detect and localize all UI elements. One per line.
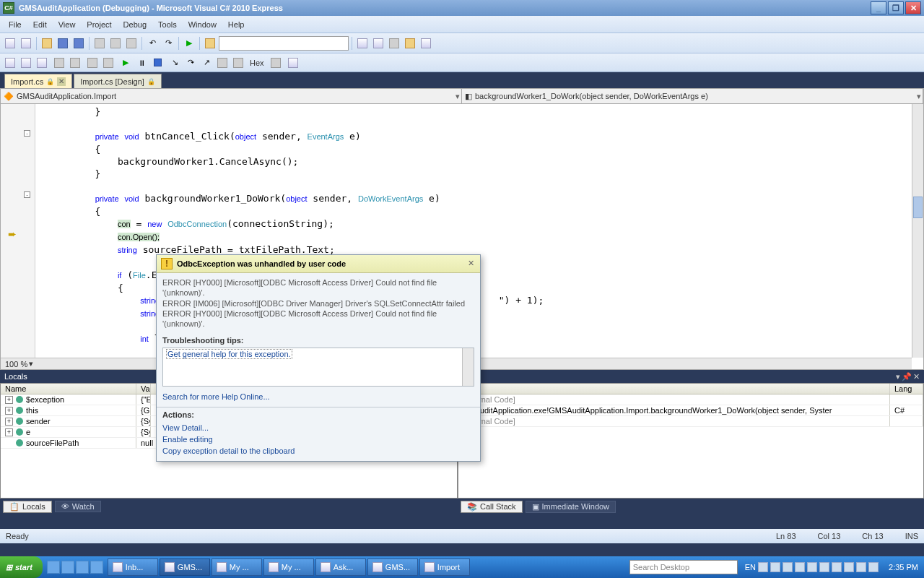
tips-scrollbar[interactable] bbox=[462, 348, 474, 386]
callstack-grid[interactable]: ame Lang External Code]MSAuditApplicatio… bbox=[458, 383, 924, 499]
task-button[interactable]: GMS... bbox=[367, 558, 418, 576]
menu-debug[interactable]: Debug bbox=[118, 19, 152, 30]
continue-button[interactable]: ▶ bbox=[118, 56, 133, 70]
open-button[interactable] bbox=[40, 36, 54, 51]
menu-view[interactable]: View bbox=[53, 19, 82, 30]
clock[interactable]: 2:35 PM bbox=[883, 563, 924, 571]
stop-debug-button[interactable] bbox=[150, 56, 165, 70]
step-out-button[interactable]: ↗ bbox=[199, 56, 214, 70]
copy-button[interactable] bbox=[108, 36, 123, 51]
break-all-button[interactable]: ⏸ bbox=[134, 56, 149, 70]
ql-more[interactable] bbox=[90, 561, 103, 574]
add-item-button[interactable] bbox=[19, 36, 33, 51]
extension-manager-button[interactable] bbox=[419, 36, 433, 51]
menu-tools[interactable]: Tools bbox=[152, 19, 183, 30]
step-over-button[interactable]: ↷ bbox=[183, 56, 198, 70]
tray-icon[interactable] bbox=[783, 562, 793, 572]
scroll-thumb[interactable] bbox=[913, 197, 923, 218]
ql-explorer[interactable] bbox=[76, 561, 89, 574]
outline-toggle[interactable]: - bbox=[24, 191, 30, 198]
pane-menu-icon[interactable]: ▾ bbox=[896, 372, 900, 381]
tb2-2[interactable] bbox=[19, 56, 33, 70]
tb2-6[interactable] bbox=[85, 56, 100, 70]
tray-icon[interactable] bbox=[832, 562, 842, 572]
tb2-1[interactable] bbox=[3, 56, 17, 70]
tray-icon[interactable] bbox=[807, 562, 817, 572]
tb2-7[interactable] bbox=[101, 56, 116, 70]
tb2-14[interactable] bbox=[215, 56, 230, 70]
toolbox-button[interactable] bbox=[387, 36, 401, 51]
ql-desktop[interactable] bbox=[47, 561, 60, 574]
tab-immediate[interactable]: ▣ Immediate Window bbox=[526, 501, 616, 513]
tb2-17[interactable] bbox=[286, 56, 300, 70]
tray-icon[interactable] bbox=[770, 562, 780, 572]
save-button[interactable] bbox=[56, 36, 70, 51]
minimize-button[interactable]: _ bbox=[871, 1, 886, 14]
pin-icon[interactable]: 📌 bbox=[902, 372, 912, 381]
col-name[interactable]: Name bbox=[1, 384, 136, 394]
member-combo[interactable]: ◧ backgroundWorker1_DoWork(object sender… bbox=[462, 89, 923, 103]
tray-icon[interactable] bbox=[856, 562, 866, 572]
tray-icon[interactable] bbox=[868, 562, 879, 572]
hex-toggle[interactable]: Hex bbox=[247, 59, 267, 67]
tray-icon[interactable] bbox=[819, 562, 829, 572]
tray-icon[interactable] bbox=[795, 562, 805, 572]
tb2-4[interactable] bbox=[52, 56, 66, 70]
task-button[interactable]: My ... bbox=[263, 558, 314, 576]
tab-import-design[interactable]: Import.cs [Design] 🔒 bbox=[74, 74, 162, 88]
action-copy-detail[interactable]: Copy exception detail to the clipboard bbox=[157, 445, 480, 461]
find-button[interactable] bbox=[203, 36, 217, 51]
task-button[interactable]: GMS... bbox=[160, 558, 210, 576]
tab-watch[interactable]: 👁 Watch bbox=[55, 501, 101, 512]
save-all-button[interactable] bbox=[71, 36, 86, 51]
tab-locals[interactable]: 📋 Locals bbox=[3, 501, 52, 513]
col-lang[interactable]: Lang bbox=[890, 384, 923, 394]
tb2-15[interactable] bbox=[231, 56, 245, 70]
task-button[interactable]: Ask... bbox=[315, 558, 366, 576]
lang-indicator[interactable]: EN bbox=[745, 563, 756, 571]
desktop-search[interactable]: Search Desktop bbox=[629, 560, 738, 574]
type-combo[interactable]: 🔶 GMSAuditApplication.Import ▾ bbox=[1, 89, 462, 103]
new-project-button[interactable] bbox=[3, 36, 17, 51]
menu-help[interactable]: Help bbox=[222, 19, 250, 30]
col-value[interactable]: Va bbox=[136, 384, 151, 394]
task-button[interactable]: My ... bbox=[212, 558, 262, 576]
redo-button[interactable]: ↷ bbox=[161, 36, 175, 51]
start-debug-button[interactable]: ▶ bbox=[182, 36, 196, 51]
ql-ie[interactable] bbox=[61, 561, 74, 574]
undo-button[interactable]: ↶ bbox=[145, 36, 160, 51]
properties-button[interactable] bbox=[371, 36, 385, 51]
task-button[interactable]: Inb... bbox=[108, 558, 158, 576]
callstack-row[interactable]: MSAuditApplication.exe!GMSAuditApplicati… bbox=[458, 405, 923, 416]
find-combo[interactable] bbox=[219, 36, 349, 51]
tip-link[interactable]: Get general help for this exception. bbox=[166, 349, 292, 359]
zoom-combo[interactable]: 100 %▾ bbox=[1, 359, 38, 368]
start-button[interactable]: ⊞ start bbox=[0, 556, 43, 578]
step-into-button[interactable]: ↘ bbox=[167, 56, 182, 70]
col-name[interactable]: ame bbox=[458, 384, 890, 394]
close-button[interactable]: ✕ bbox=[905, 1, 921, 14]
action-view-detail[interactable]: View Detail... bbox=[157, 422, 480, 434]
tab-close-button[interactable]: ✕ bbox=[57, 77, 66, 86]
start-page-button[interactable] bbox=[403, 36, 417, 51]
menu-file[interactable]: File bbox=[3, 19, 27, 30]
callstack-row[interactable]: External Code] bbox=[458, 394, 923, 405]
tray-icon[interactable] bbox=[758, 562, 768, 572]
tray-icon[interactable] bbox=[844, 562, 854, 572]
menu-edit[interactable]: Edit bbox=[27, 19, 53, 30]
outline-toggle[interactable]: - bbox=[24, 130, 30, 137]
tb2-3[interactable] bbox=[35, 56, 49, 70]
solution-explorer-button[interactable] bbox=[355, 36, 370, 51]
pane-close-icon[interactable]: ✕ bbox=[913, 372, 920, 381]
tab-callstack[interactable]: 📚 Call Stack bbox=[461, 501, 523, 513]
exception-close-button[interactable]: ✕ bbox=[466, 259, 476, 269]
menu-project[interactable]: Project bbox=[81, 19, 117, 30]
paste-button[interactable] bbox=[124, 36, 139, 51]
callstack-row[interactable]: External Code] bbox=[458, 416, 923, 427]
maximize-button[interactable]: ❐ bbox=[888, 1, 904, 14]
cut-button[interactable] bbox=[92, 36, 107, 51]
action-enable-editing[interactable]: Enable editing bbox=[157, 434, 480, 445]
tb2-16[interactable] bbox=[269, 56, 283, 70]
tb2-5[interactable] bbox=[68, 56, 82, 70]
task-button[interactable]: Import bbox=[419, 558, 470, 576]
